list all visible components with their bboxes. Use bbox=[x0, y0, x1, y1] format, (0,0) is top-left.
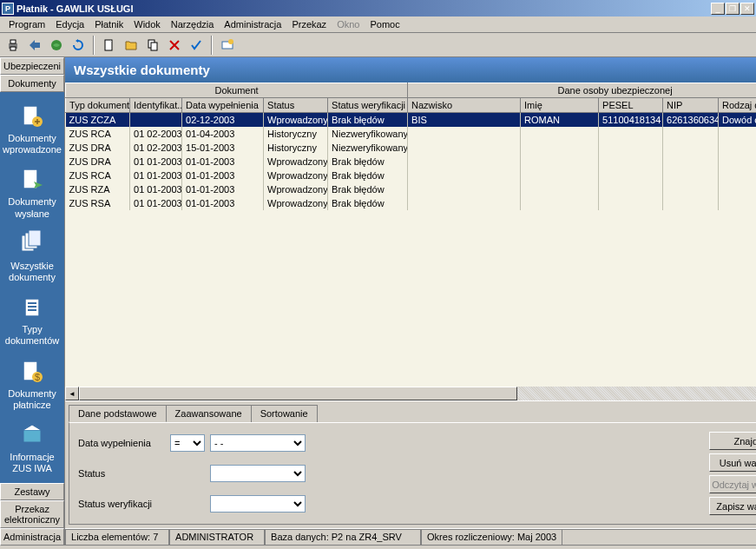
cell-ident: 01 01-2003 bbox=[130, 169, 182, 182]
cell-dataWyp: 02-12-2003 bbox=[182, 113, 264, 127]
filter-statuswer[interactable] bbox=[210, 495, 306, 513]
table-row[interactable]: ZUS DRA01 02-200315-01-2003HistorycznyNi… bbox=[66, 141, 756, 155]
cell-nazwisko bbox=[408, 196, 521, 210]
sidebar-section-przekaz[interactable]: Przekaz elektroniczny bbox=[0, 500, 64, 528]
sidebar-item-iwa[interactable]: Informacje ZUS IWA bbox=[0, 416, 64, 480]
scroll-left-button[interactable]: ◄ bbox=[65, 387, 79, 400]
col-imie[interactable]: Imię bbox=[521, 98, 599, 113]
titlebar: P Płatnik - GAWLIK USŁUGI _ ❐ ✕ bbox=[0, 0, 756, 17]
toolbar-send-icon[interactable] bbox=[25, 36, 44, 55]
toolbar-open-icon[interactable] bbox=[122, 36, 141, 55]
sidebar-item-wprowadzone[interactable]: Dokumenty wprowadzone bbox=[0, 97, 64, 161]
sidebar-item-label: Wszystkie dokumenty bbox=[2, 261, 62, 283]
svg-rect-2 bbox=[10, 47, 16, 50]
svg-point-8 bbox=[228, 39, 233, 44]
sidebar-section-dokumenty[interactable]: Dokumenty bbox=[0, 75, 64, 92]
scroll-track[interactable] bbox=[79, 387, 756, 400]
col-statuswer[interactable]: Status weryfikacji bbox=[328, 98, 408, 113]
tab-podstawowe[interactable]: Dane podstawowe bbox=[69, 405, 167, 422]
save-button[interactable]: Zapisz warunki bbox=[709, 497, 756, 515]
sidebar-section-zestawy[interactable]: Zestawy bbox=[0, 483, 64, 500]
close-button[interactable]: ✕ bbox=[740, 3, 754, 15]
table-row[interactable]: ZUS DRA01 01-200301-01-2003WprowadzonyBr… bbox=[66, 155, 756, 169]
toolbar-new-icon[interactable] bbox=[100, 36, 119, 55]
toolbar-delete-icon[interactable] bbox=[165, 36, 184, 55]
cell-ident: 01 01-2003 bbox=[130, 196, 182, 210]
menu-pomoc[interactable]: Pomoc bbox=[365, 17, 404, 31]
col-rodzaj[interactable]: Rodzaj doku... bbox=[719, 98, 756, 113]
col-nip[interactable]: NIP bbox=[663, 98, 719, 113]
menu-edycja[interactable]: Edycja bbox=[50, 17, 89, 31]
scroll-thumb[interactable] bbox=[79, 387, 517, 400]
col-datawyp[interactable]: Data wypełnienia bbox=[182, 98, 264, 113]
sidebar-section-ubezpieczeni[interactable]: Ubezpieczeni bbox=[0, 57, 64, 75]
cell-ident bbox=[130, 113, 182, 127]
filter-status[interactable] bbox=[210, 465, 306, 482]
load-button[interactable]: Odczytaj warunki bbox=[709, 475, 756, 493]
cell-pesel bbox=[599, 127, 663, 141]
filter-date-op[interactable]: = bbox=[170, 434, 205, 452]
filter-form: Data wypełnienia = - - Status Status wer… bbox=[78, 432, 306, 515]
sidebar-item-platnicze[interactable]: $ Dokumenty płatnicze bbox=[0, 353, 64, 416]
sidebar-item-label: Dokumenty wprowadzone bbox=[2, 133, 62, 155]
col-nazwisko[interactable]: Nazwisko bbox=[408, 98, 521, 113]
toolbar-copy-icon[interactable] bbox=[143, 36, 162, 55]
menu-widok[interactable]: Widok bbox=[128, 17, 166, 31]
tab-zaawansowane[interactable]: Zaawansowane bbox=[166, 405, 252, 422]
table-row[interactable]: ZUS RSA01 01-200301-01-2003WprowadzonyBr… bbox=[66, 196, 756, 210]
col-typ[interactable]: Typ dokumentu bbox=[66, 98, 130, 113]
menubar: Program Edycja Płatnik Widok Narzędzia A… bbox=[0, 17, 756, 33]
col-ident[interactable]: Identyfikat... bbox=[130, 98, 182, 113]
menu-okno[interactable]: Okno bbox=[332, 17, 365, 31]
sidebar-section-administracja[interactable]: Administracja bbox=[0, 528, 64, 546]
menu-przekaz[interactable]: Przekaz bbox=[286, 17, 332, 31]
cell-typ: ZUS RSA bbox=[66, 196, 130, 210]
toolbar-check-icon[interactable] bbox=[187, 36, 206, 55]
restore-button[interactable]: ❐ bbox=[726, 3, 740, 15]
cell-ident: 01 01-2003 bbox=[130, 155, 182, 169]
cell-dataWyp: 15-01-2003 bbox=[182, 141, 264, 155]
sidebar-item-wszystkie[interactable]: Wszystkie dokumenty bbox=[0, 225, 64, 288]
table-row[interactable]: ZUS RCA01 01-200301-01-2003WprowadzonyBr… bbox=[66, 169, 756, 182]
group-header-dokument[interactable]: Dokument bbox=[66, 83, 408, 98]
filter-date-value[interactable]: - - bbox=[210, 434, 306, 452]
cell-status: Wprowadzony bbox=[264, 155, 328, 169]
toolbar-separator bbox=[211, 36, 213, 55]
menu-narzedzia[interactable]: Narzędzia bbox=[166, 17, 220, 31]
toolbar-refresh-icon[interactable] bbox=[69, 36, 88, 55]
group-header-dane[interactable]: Dane osoby ubezpieczonej bbox=[408, 83, 756, 98]
sidebar-item-label: Dokumenty płatnicze bbox=[2, 388, 62, 411]
menu-administracja[interactable]: Administracja bbox=[219, 17, 286, 31]
table-row[interactable]: ZUS RZA01 01-200301-01-2003WprowadzonyBr… bbox=[66, 182, 756, 196]
toolbar-print-icon[interactable] bbox=[3, 36, 23, 55]
status-user: ADMINISTRATOR bbox=[169, 529, 265, 546]
document-sent-icon bbox=[18, 166, 46, 194]
col-status[interactable]: Status bbox=[264, 98, 328, 113]
cell-nazwisko bbox=[408, 141, 521, 155]
sidebar-item-wyslane[interactable]: Dokumenty wysłane bbox=[0, 161, 64, 224]
cell-nip bbox=[663, 169, 719, 182]
tab-sortowanie[interactable]: Sortowanie bbox=[251, 405, 318, 422]
menu-platnik[interactable]: Płatnik bbox=[89, 17, 128, 31]
document-iwa-icon bbox=[18, 421, 46, 449]
cell-status: Wprowadzony bbox=[264, 113, 328, 127]
table-row[interactable]: ZUS ZCZA02-12-2003WprowadzonyBrak błędów… bbox=[66, 113, 756, 127]
cell-statusWer: Brak błędów bbox=[328, 196, 408, 210]
col-pesel[interactable]: PESEL bbox=[599, 98, 663, 113]
toolbar-wizard-icon[interactable] bbox=[218, 36, 237, 55]
cell-dataWyp: 01-01-2003 bbox=[182, 182, 264, 196]
clear-button[interactable]: Usuń warunki bbox=[709, 453, 756, 472]
cell-imie bbox=[521, 196, 599, 210]
sidebar-item-typy[interactable]: Typy dokumentów bbox=[0, 288, 64, 352]
horizontal-scrollbar[interactable]: ◄ ► bbox=[65, 387, 756, 400]
table-row[interactable]: ZUS RCA01 02-200301-04-2003HistorycznyNi… bbox=[66, 127, 756, 141]
minimize-button[interactable]: _ bbox=[711, 3, 725, 15]
documents-grid[interactable]: Dokument Dane osoby ubezpieczonej Typ do… bbox=[65, 83, 756, 210]
toolbar-globe-icon[interactable] bbox=[47, 36, 66, 55]
cell-rodzaj bbox=[719, 141, 756, 155]
menu-program[interactable]: Program bbox=[3, 17, 50, 31]
find-button[interactable]: Znajdź bbox=[709, 432, 756, 450]
cell-typ: ZUS DRA bbox=[66, 141, 130, 155]
cell-dataWyp: 01-01-2003 bbox=[182, 169, 264, 182]
svg-rect-14 bbox=[29, 230, 41, 246]
